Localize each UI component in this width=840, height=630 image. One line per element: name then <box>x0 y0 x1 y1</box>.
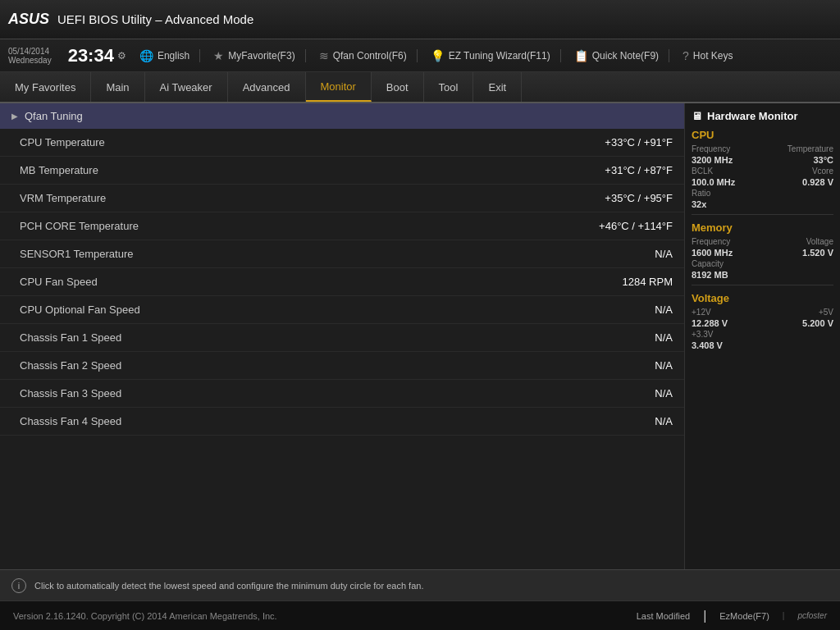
mem-cap-value: 8192 MB <box>692 270 728 280</box>
last-modified-btn[interactable]: Last Modified <box>637 611 690 621</box>
item-label: Chassis Fan 1 Speed <box>20 331 121 344</box>
top-bar: ASUS UEFI BIOS Utility – Advanced Mode <box>0 0 840 39</box>
mem-freq-value-row: 1600 MHz 1.520 V <box>692 248 833 258</box>
cpu-bclk-value-row: 100.0 MHz 0.928 V <box>692 177 833 187</box>
list-item: CPU Fan Speed 1284 RPM <box>0 268 684 296</box>
info-bar: i Click to automatically detect the lowe… <box>0 569 840 600</box>
item-value: +33°C / +91°F <box>605 136 673 148</box>
language-label: English <box>158 50 189 62</box>
list-item: VRM Temperature +35°C / +95°F <box>0 185 684 212</box>
cpu-freq-label: Frequency <box>692 144 730 153</box>
item-label: CPU Optional Fan Speed <box>20 304 140 316</box>
cpu-ratio-value-row: 32x <box>692 199 833 209</box>
language-item[interactable]: 🌐 English <box>139 49 200 62</box>
bios-title: UEFI BIOS Utility – Advanced Mode <box>57 12 832 26</box>
mem-divider <box>692 285 833 285</box>
mem-cap-value-row: 8192 MB <box>692 270 833 280</box>
globe-icon: 🌐 <box>139 49 153 62</box>
cpu-temp-label: Temperature <box>788 144 833 153</box>
nav-exit[interactable]: Exit <box>473 72 522 102</box>
item-value: 1284 RPM <box>623 276 673 288</box>
voltage-section-title: Voltage <box>692 292 833 304</box>
volt-5-value: 5.200 V <box>802 318 833 328</box>
qfan-section-header[interactable]: ▶ Qfan Tuning <box>0 103 684 129</box>
item-value: N/A <box>655 387 673 399</box>
cpu-freq-row: Frequency Temperature <box>692 144 833 153</box>
clock: 23:34 ⚙ <box>68 45 126 66</box>
ez-tuning-item[interactable]: 💡 EZ Tuning Wizard(F11) <box>431 49 561 62</box>
nav-my-favorites[interactable]: My Favorites <box>0 72 91 102</box>
item-value: +31°C / +87°F <box>605 164 673 176</box>
item-value: +46°C / +114°F <box>599 220 673 232</box>
datetime: 05/14/2014 Wednesday <box>8 47 52 65</box>
hotkeys-icon: ? <box>682 49 689 62</box>
list-item: PCH CORE Temperature +46°C / +114°F <box>0 212 684 240</box>
ez-tuning-label: EZ Tuning Wizard(F11) <box>449 50 550 62</box>
volt-5-label: +5V <box>819 308 833 317</box>
volt-33-row: +3.3V <box>692 330 833 339</box>
cpu-temp-value: 33°C <box>813 155 833 165</box>
nav-monitor[interactable]: Monitor <box>306 72 372 102</box>
nav-ai-tweaker[interactable]: Ai Tweaker <box>145 72 228 102</box>
date: 05/14/2014 <box>8 47 52 56</box>
note-icon: 📋 <box>574 49 588 62</box>
item-label: CPU Fan Speed <box>20 276 98 288</box>
list-item: Chassis Fan 1 Speed N/A <box>0 324 684 352</box>
nav-bar: My Favorites Main Ai Tweaker Advanced Mo… <box>0 72 840 103</box>
nav-main[interactable]: Main <box>91 72 144 102</box>
cpu-ratio-label: Ratio <box>692 189 710 198</box>
section-arrow: ▶ <box>11 112 18 121</box>
cpu-section-title: CPU <box>692 129 833 141</box>
tuning-icon: 💡 <box>431 49 445 62</box>
memory-section-title: Memory <box>692 221 833 234</box>
footer-separator: | <box>703 609 706 623</box>
info-text: Click to automatically detect the lowest… <box>34 581 423 591</box>
volt-33-label: +3.3V <box>692 330 713 339</box>
item-value: N/A <box>655 304 673 316</box>
nav-tool[interactable]: Tool <box>424 72 474 102</box>
cpu-freq-value-row: 3200 MHz 33°C <box>692 155 833 165</box>
item-value: N/A <box>655 248 673 260</box>
mem-freq-row: Frequency Voltage <box>692 237 833 246</box>
cpu-ratio-value: 32x <box>692 199 706 209</box>
cpu-vcore-label: Vcore <box>812 167 833 176</box>
main-content: ▶ Qfan Tuning CPU Temperature +33°C / +9… <box>0 103 840 569</box>
quick-note-label: Quick Note(F9) <box>592 50 659 62</box>
volt-12-label: +12V <box>692 308 711 317</box>
cpu-bclk-value: 100.0 MHz <box>692 177 735 187</box>
nav-advanced[interactable]: Advanced <box>228 72 306 102</box>
cpu-vcore-value: 0.928 V <box>802 177 833 187</box>
quick-note-item[interactable]: 📋 Quick Note(F9) <box>574 49 669 62</box>
item-label: Chassis Fan 2 Speed <box>20 359 121 372</box>
item-label: VRM Temperature <box>20 192 106 204</box>
item-label: Chassis Fan 4 Speed <box>20 415 121 427</box>
volt-12-value: 12.288 V <box>692 318 728 328</box>
status-bar: 05/14/2014 Wednesday 23:34 ⚙ 🌐 English ★… <box>0 39 840 72</box>
footer-right: Last Modified | EzMode(F7) | pcfoster <box>637 609 827 623</box>
day: Wednesday <box>8 56 52 65</box>
nav-boot[interactable]: Boot <box>372 72 424 102</box>
hot-keys-item[interactable]: ? Hot Keys <box>682 49 742 62</box>
mem-freq-value: 1600 MHz <box>692 248 733 258</box>
footer: Version 2.16.1240. Copyright (C) 2014 Am… <box>0 600 840 630</box>
item-label: MB Temperature <box>20 164 98 176</box>
mem-cap-row: Capacity <box>692 259 833 268</box>
mem-volt-value: 1.520 V <box>802 248 833 258</box>
gear-icon[interactable]: ⚙ <box>117 50 126 62</box>
item-label: PCH CORE Temperature <box>20 220 139 232</box>
list-item: Chassis Fan 2 Speed N/A <box>0 352 684 380</box>
volt-12-value-row: 12.288 V 5.200 V <box>692 318 833 328</box>
ez-mode-btn[interactable]: EzMode(F7) <box>719 611 769 621</box>
cpu-bclk-row: BCLK Vcore <box>692 167 833 176</box>
myfavorite-item[interactable]: ★ MyFavorite(F3) <box>213 49 305 62</box>
qfan-label: Qfan Control(F6) <box>333 50 407 62</box>
item-label: Chassis Fan 3 Speed <box>20 387 121 399</box>
qfan-item[interactable]: ≋ Qfan Control(F6) <box>319 49 418 62</box>
list-item: Chassis Fan 4 Speed N/A <box>0 408 684 436</box>
info-icon: i <box>11 578 26 593</box>
cpu-bclk-label: BCLK <box>692 167 713 176</box>
cpu-freq-value: 3200 MHz <box>692 155 733 165</box>
cpu-divider <box>692 214 833 215</box>
section-label: Qfan Tuning <box>25 110 83 122</box>
list-item: Chassis Fan 3 Speed N/A <box>0 380 684 408</box>
